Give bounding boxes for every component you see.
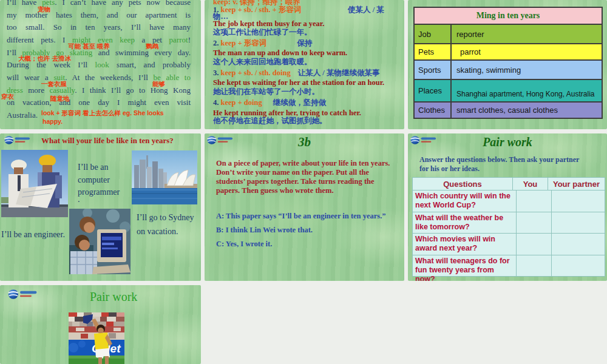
dialogue-line: C: Yes, I wrote it. xyxy=(216,240,272,249)
caption-line: I’ll go to Sydney xyxy=(137,213,194,223)
instruction-line: Don’t write your name on the paper. Put … xyxy=(216,168,369,177)
caption-line: I’ll be an xyxy=(78,163,109,172)
soccer-player-celebration-photo: Gillet xyxy=(69,312,124,364)
chinese-annotation: 穿衣 xyxy=(1,93,14,101)
text-run: . I can’t have any pets now because xyxy=(55,0,191,7)
pattern: keep + doing xyxy=(219,98,262,107)
answer-cell-you[interactable] xyxy=(517,190,552,212)
table-header-row: Questions You Your partner xyxy=(413,178,605,190)
dearedu-logo-icon xyxy=(4,135,32,147)
text-run: . At the weekends, I’ll xyxy=(65,73,153,82)
dearedu-logo-icon xyxy=(8,289,39,302)
text-line: on vacation, and one day I might even vi… xyxy=(7,96,191,109)
ming-table: Ming in ten years Job reporter Pets parr… xyxy=(413,7,603,119)
answer-cell-you[interactable] xyxy=(517,255,552,276)
questions-table: Questions You Your partner Which country… xyxy=(412,177,605,277)
table-row: Sports skating, swimming xyxy=(415,59,602,79)
chinese-annotation: 大概；也许 去滑冰 xyxy=(18,55,71,63)
item-number: 3. xyxy=(213,69,219,77)
text-run: on vacation, and one day I might even vi… xyxy=(7,98,191,107)
slide-title: What will your life be like in ten years… xyxy=(41,136,174,146)
slide-title: Pair work xyxy=(408,135,607,149)
header-partner: Your partner xyxy=(548,178,605,190)
answer-cell-you[interactable] xyxy=(517,234,552,255)
sydney-opera-house-photo xyxy=(132,150,197,204)
row-value: smart clothes, casual clothes xyxy=(452,103,602,118)
intro-line: for his or her ideas. xyxy=(419,164,480,174)
answer-cell-partner[interactable] xyxy=(552,255,605,276)
text-run: smart, and probably xyxy=(109,60,191,69)
caption-engineer: I’ll be an engineer. xyxy=(1,230,65,240)
item-number: 2. xyxy=(213,39,219,47)
slide-life-photos[interactable]: What will your life be like in ten years… xyxy=(0,133,201,281)
chinese-annotation: 随意地 xyxy=(50,95,70,103)
row-value: Shanghai apartment, Hong Kong, Australia xyxy=(452,80,602,101)
row-label: Job xyxy=(415,25,452,43)
translation: 他不停地在追赶她，试图抓到她。 xyxy=(213,116,327,125)
caption-line: . xyxy=(78,195,80,204)
answer-cell-partner[interactable] xyxy=(552,190,605,212)
pattern: keep + sb. / sth. + 形容词 xyxy=(219,5,301,14)
text-line: The man ran up and down to keep warm. xyxy=(213,49,347,58)
example-sentence: The job kept them busy for a year. xyxy=(213,19,324,28)
chinese-annotation: 可能 甚至 喂养 xyxy=(68,42,110,51)
text-run: different pets. I xyxy=(7,35,72,44)
caption-line: programmer xyxy=(78,187,120,197)
table-row: What will the weather be like tomorrow? xyxy=(413,212,605,233)
answer-cell-you[interactable] xyxy=(517,212,552,233)
meaning: 保持 xyxy=(297,39,312,47)
slide-keep-grammar[interactable]: keep: v. 保持；维持；喂养 1. keep + sb. / sth. +… xyxy=(205,0,404,129)
chinese-annotation: 一套衣服 xyxy=(41,80,67,89)
table-row: What will teenagers do for fun twenty ye… xyxy=(413,255,605,276)
meaning: 继续做，坚持做 xyxy=(273,98,327,107)
slide-pairwork-table[interactable]: Pair work Answer the questions below. Th… xyxy=(408,133,607,281)
chinese-annotation: 宠物 xyxy=(38,5,50,14)
text-run: . I think I’ll go to Hong Kong xyxy=(75,86,191,95)
instruction-line: papers. Then guess who wrote them. xyxy=(216,186,334,195)
text-run: I’ll have xyxy=(7,0,42,7)
row-value: reporter xyxy=(452,25,602,43)
text-line: 她让我们在车站等了一个小时。 xyxy=(213,87,319,97)
text-line: my mother hates them, and our apartment … xyxy=(7,9,191,22)
table-row: Job reporter xyxy=(415,24,602,43)
chinese-annotation: 能够 xyxy=(152,80,165,89)
text-run: Australia. xyxy=(7,110,38,120)
chinese-annotation: look + 形容词 看上去怎么样 eg. She looks xyxy=(41,109,164,118)
caption-line: on vacation. xyxy=(137,227,178,237)
text-line: 4. keep + doing继续做，坚持做 xyxy=(213,98,326,108)
translation: 这个人来来回回地跑着取暖。 xyxy=(213,58,312,66)
text-line: 他不停地在追赶她，试图抓到她。 xyxy=(213,116,327,126)
meaning: 使某人 / 某 xyxy=(348,5,384,15)
header-you: You xyxy=(513,178,548,190)
slide-3b-activity[interactable]: 3b On a piece of paper, write about your… xyxy=(205,133,404,281)
students-computer-photo xyxy=(69,209,131,274)
chinese-annotation: 鹦鹉 xyxy=(146,42,158,51)
pattern: keep + sb. / sth. doing xyxy=(219,69,290,77)
instruction-line: students’ papers together. Take turns re… xyxy=(216,177,375,186)
slide-sorter-page: I’ll have pets. I can’t have any pets no… xyxy=(0,0,607,364)
pattern: keep + 形容词 xyxy=(219,39,266,47)
instruction-line: On a piece of paper, write about your li… xyxy=(216,159,390,168)
caption-line: computer xyxy=(78,175,110,185)
slide-pets-passage[interactable]: I’ll have pets. I can’t have any pets no… xyxy=(0,0,201,129)
slide-ming-table[interactable]: Ming in ten years Job reporter Pets parr… xyxy=(408,0,607,129)
slide-title: 3b xyxy=(205,135,404,150)
table-row: Which country will win the next World Cu… xyxy=(413,190,605,212)
item-number: 4. xyxy=(213,98,219,107)
text-run: my mother hates them, and our apartment … xyxy=(7,10,191,19)
answer-cell-partner[interactable] xyxy=(552,234,605,255)
text-line: 这个人来来回回地跑着取暖。 xyxy=(213,57,312,67)
question-cell: What will the weather be like tomorrow? xyxy=(413,212,517,233)
engineers-blueprint-photo xyxy=(1,150,68,217)
answer-cell-partner[interactable] xyxy=(552,212,605,233)
text-line: 2. keep + 形容词保持 xyxy=(213,38,312,49)
intro-line: Answer the questions below. Then ask you… xyxy=(419,155,579,164)
table-row: Which movies will win award next year? xyxy=(413,233,605,255)
dialogue-line: B: I think Lin Wei wrote that. xyxy=(216,226,313,235)
highlighted-word: look xyxy=(95,60,109,69)
slide-pairwork-soccer[interactable]: Pair work Gillet xyxy=(0,285,201,364)
row-label: Pets xyxy=(415,44,452,59)
text-run: ! xyxy=(188,35,191,44)
table-title: Ming in ten years xyxy=(415,8,602,24)
chinese-annotation: happy. xyxy=(42,118,63,125)
